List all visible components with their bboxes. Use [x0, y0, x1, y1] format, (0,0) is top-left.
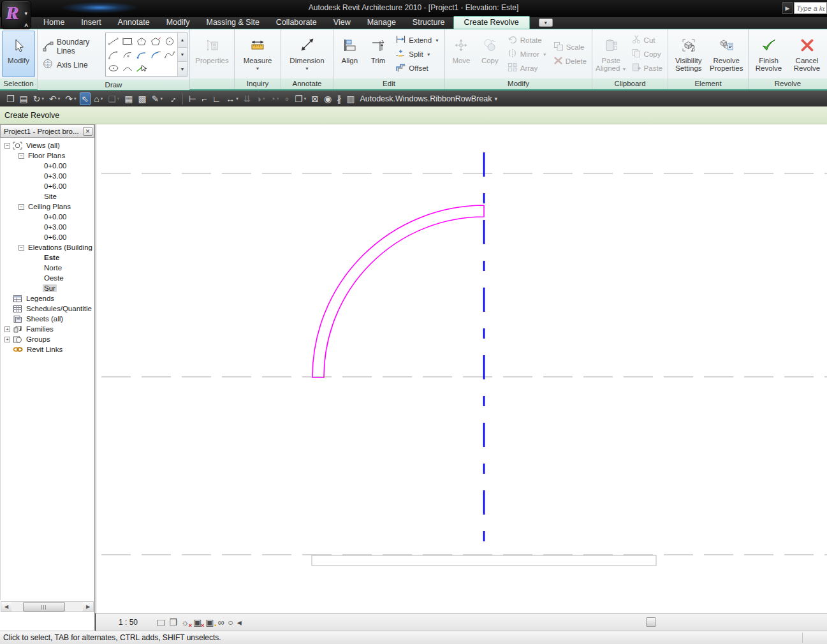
- collapse-node-icon[interactable]: −: [18, 204, 24, 210]
- tree-item-sheets-all-[interactable]: Sheets (all): [1, 314, 94, 324]
- revolve-properties-button[interactable]: Revolve Properties: [707, 31, 746, 77]
- paint-icon[interactable]: ◑▾: [254, 92, 267, 105]
- drawing-scrollbar-thumb[interactable]: [646, 617, 656, 627]
- tree-item-views-all-[interactable]: −Views (all): [1, 140, 94, 150]
- paint-dropdown-icon[interactable]: ▾: [263, 96, 265, 101]
- temporary-hide-icon[interactable]: ○: [228, 617, 233, 627]
- gallery-expand-icon[interactable]: ▼: [178, 62, 187, 76]
- undo-dropdown-icon[interactable]: ▾: [58, 96, 61, 101]
- tree-item-este[interactable]: Este: [1, 252, 94, 263]
- offset-quick-icon[interactable]: ∟: [210, 92, 223, 105]
- measure-quick-icon[interactable]: ↔▾: [224, 92, 240, 105]
- tab-collaborate[interactable]: Collaborate: [268, 17, 325, 29]
- collapse-icon[interactable]: ◂: [237, 617, 242, 627]
- align-quick-icon[interactable]: ⊢: [187, 92, 198, 105]
- tab-home[interactable]: Home: [35, 17, 73, 29]
- tree-item-0-3-00[interactable]: 0+3.00: [1, 222, 94, 232]
- scale-button[interactable]: Scale: [552, 41, 589, 54]
- sun-study-icon[interactable]: ▩: [136, 92, 149, 105]
- cancel-revolve-button[interactable]: Cancel Revolve: [789, 31, 825, 77]
- tree-item-groups[interactable]: +Groups: [1, 334, 94, 344]
- thin-lines-dropdown-icon[interactable]: ▾: [161, 96, 163, 101]
- tree-item-0-0-00[interactable]: 0+0.00: [1, 161, 94, 171]
- finish-revolve-button[interactable]: Finish Revolve: [751, 31, 787, 77]
- tab-massing-site[interactable]: Massing & Site: [198, 17, 267, 29]
- save-icon[interactable]: ▤: [18, 92, 30, 105]
- view-scale-button[interactable]: 1 : 50: [119, 618, 138, 627]
- tree-item-norte[interactable]: Norte: [1, 263, 94, 273]
- split-profile-icon[interactable]: ∦: [335, 92, 343, 105]
- modify-cursor-icon[interactable]: ⇖: [80, 92, 91, 105]
- draw-tool-partial-ellipse-icon[interactable]: [121, 61, 135, 75]
- offset-button[interactable]: Offset: [393, 62, 441, 75]
- crop-view-icon[interactable]: ▣×: [193, 617, 201, 627]
- expand-node-icon[interactable]: +: [4, 337, 10, 342]
- copy-button[interactable]: Copy: [476, 31, 504, 77]
- tree-item-floor-plans[interactable]: −Floor Plans: [1, 150, 94, 161]
- render-icon[interactable]: ◉: [322, 92, 333, 105]
- tree-item-revit-links[interactable]: Revit Links: [1, 344, 94, 355]
- scroll-left-icon[interactable]: ◀: [1, 602, 11, 611]
- tab-insert[interactable]: Insert: [73, 17, 109, 29]
- dimension-dropdown-icon[interactable]: ▼: [305, 65, 309, 73]
- draw-tool-circle-icon[interactable]: [163, 34, 177, 48]
- draw-tool-center-ends-arc-icon[interactable]: [121, 48, 135, 61]
- dimension-button[interactable]: Dimension ▼: [285, 31, 330, 77]
- tree-item-sur[interactable]: Sur: [1, 283, 94, 293]
- linework-dropdown-icon[interactable]: ▾: [277, 96, 279, 101]
- draw-tool-pick-lines-icon[interactable]: [135, 61, 149, 75]
- draw-tool-tangent-end-arc-icon[interactable]: [149, 48, 163, 61]
- collapse-node-icon[interactable]: −: [18, 245, 24, 251]
- shadows-off-icon[interactable]: ☼×: [181, 617, 189, 627]
- tree-item-0-0-00[interactable]: 0+0.00: [1, 212, 94, 222]
- thin-lines-icon[interactable]: ✎▾: [150, 92, 165, 105]
- paste-aligned-button[interactable]: Paste Aligned ▼: [594, 31, 628, 77]
- schedule-icon[interactable]: ▦: [122, 92, 135, 105]
- reveal-hidden-icon[interactable]: ∞: [217, 617, 224, 627]
- tree-item-ceiling-plans[interactable]: −Ceiling Plans: [1, 201, 94, 212]
- trim-button[interactable]: Trim: [364, 31, 393, 77]
- redo-dropdown-icon[interactable]: ▾: [74, 96, 77, 101]
- demolish-icon[interactable]: ⇊: [242, 92, 253, 105]
- boundary-lines-button[interactable]: Boundary Lines: [42, 38, 100, 55]
- dimension-quick-icon[interactable]: ↔: [166, 92, 179, 105]
- paste-button[interactable]: Paste: [629, 62, 664, 75]
- properties-button[interactable]: Properties: [193, 31, 232, 77]
- draw-tool-fillet-arc-icon[interactable]: [106, 48, 121, 61]
- drawing-area[interactable]: [96, 124, 827, 613]
- draw-tool-line-icon[interactable]: [106, 34, 121, 48]
- toolbar-overflow-chevron-icon[interactable]: ▾: [494, 96, 497, 102]
- create-group-icon[interactable]: ❐▾: [293, 92, 308, 105]
- sync-with-central-dropdown-icon[interactable]: ▾: [42, 96, 45, 101]
- section-dropdown-icon[interactable]: ▾: [117, 96, 120, 101]
- tab-modify[interactable]: Modify: [158, 17, 198, 29]
- collapse-node-icon[interactable]: −: [18, 153, 24, 159]
- section-icon[interactable]: ❏▾: [106, 92, 121, 105]
- search-expand-icon[interactable]: ▶: [782, 2, 793, 14]
- draw-tool-start-end-radius-arc-icon[interactable]: [135, 48, 149, 61]
- measure-button[interactable]: Measure ▼: [238, 31, 277, 77]
- draw-tool-ellipse-icon[interactable]: [106, 61, 121, 75]
- tab-annotate[interactable]: Annotate: [110, 17, 158, 29]
- draw-tool-rectangle-icon[interactable]: [121, 34, 135, 48]
- split-button[interactable]: Split▼: [393, 48, 441, 61]
- close-icon[interactable]: ✕: [83, 127, 92, 136]
- tab-structure[interactable]: Structure: [404, 17, 453, 29]
- default-3d-view-dropdown-icon[interactable]: ▾: [101, 96, 103, 101]
- measure-dropdown-icon[interactable]: ▼: [256, 65, 260, 73]
- application-menu-button[interactable]: R ▾ A: [1, 1, 31, 29]
- array-button[interactable]: Array: [506, 62, 549, 75]
- gallery-scroll-up-icon[interactable]: ▲: [178, 33, 187, 48]
- minimize-ribbon-button[interactable]: ▼: [539, 18, 553, 27]
- collapse-node-icon[interactable]: −: [4, 143, 10, 149]
- detail-level-icon[interactable]: □: [157, 617, 165, 627]
- properties-quick-icon[interactable]: ▥: [344, 92, 356, 105]
- tree-item-0-6-00[interactable]: 0+6.00: [1, 181, 94, 191]
- tree-item-site[interactable]: Site: [1, 191, 94, 201]
- dot-icon[interactable]: ∘: [282, 92, 291, 105]
- tree-item-0-3-00[interactable]: 0+3.00: [1, 171, 94, 181]
- align-button[interactable]: Align: [335, 31, 364, 77]
- mirror-button[interactable]: Mirror▼: [506, 48, 549, 61]
- draw-tool-polygon-circumscribed-icon[interactable]: [149, 34, 163, 48]
- tree-item-families[interactable]: +Families: [1, 324, 94, 334]
